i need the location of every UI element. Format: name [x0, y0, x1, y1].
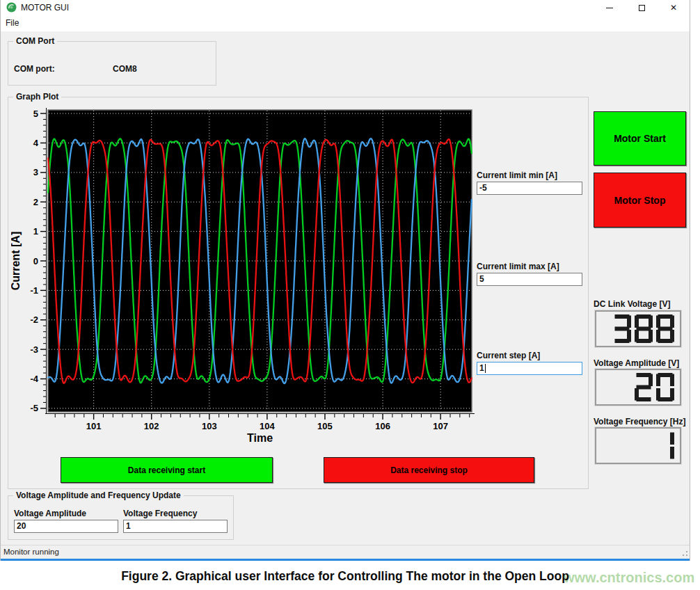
graph-plot-group-title: Graph Plot [13, 92, 61, 102]
voltage-amplitude-display [595, 369, 681, 406]
svg-text:101: 101 [86, 421, 102, 431]
svg-text:105: 105 [317, 421, 333, 431]
voltage-amplitude-display-label: Voltage Amplitude [V] [594, 358, 679, 368]
voltage-amplitude-field: Voltage Amplitude [14, 509, 121, 533]
svg-text:103: 103 [202, 421, 217, 431]
figure-caption-area: www.cntronics.com Figure 2. Graphical us… [0, 561, 700, 590]
dc-link-voltage-label: DC Link Voltage [V] [594, 299, 670, 309]
voltage-amplitude-label: Voltage Amplitude [14, 509, 121, 518]
voltage-update-group-title: Voltage Amplitude and Frequency Update [13, 491, 184, 500]
resize-grip-icon[interactable] [679, 548, 687, 556]
data-receiving-stop-button[interactable]: Data receiving stop [324, 457, 534, 483]
svg-text:-1: -1 [30, 285, 38, 296]
close-button[interactable]: ✕ [658, 0, 690, 15]
svg-text:107: 107 [433, 421, 448, 431]
graph-plot-group: Graph Plot 101102103104105106107-5-4-3-2… [8, 97, 589, 489]
menu-bar: File [1, 15, 690, 31]
svg-text:-2: -2 [30, 314, 38, 325]
svg-text:5: 5 [33, 109, 38, 119]
voltage-frequency-display [595, 427, 681, 464]
dc-link-voltage-display [595, 310, 681, 347]
current-limit-min-field: Current limit min [A] [477, 170, 584, 195]
voltage-frequency-input[interactable] [123, 520, 228, 533]
svg-text:-3: -3 [30, 344, 38, 355]
title-bar: MOTOR GUI ✕ [1, 0, 690, 15]
svg-text:106: 106 [375, 421, 390, 431]
svg-text:Current [A]: Current [A] [11, 232, 22, 290]
current-limit-max-field: Current limit max [A] [477, 262, 584, 286]
current-limit-max-input[interactable] [477, 273, 582, 286]
voltage-update-group: Voltage Amplitude and Frequency Update V… [8, 495, 234, 540]
current-limit-min-input[interactable] [477, 182, 582, 195]
com-port-group-title: COM Port [13, 36, 57, 46]
app-window: MOTOR GUI ✕ File COM Port COM port: COM8… [0, 0, 690, 561]
svg-text:2: 2 [33, 197, 38, 207]
voltage-frequency-display-label: Voltage Frequency [Hz] [594, 417, 685, 426]
voltage-frequency-label: Voltage Frequency [123, 509, 230, 518]
current-step-input[interactable] [477, 362, 582, 375]
app-icon [6, 2, 17, 13]
svg-text:-4: -4 [30, 374, 38, 384]
voltage-amplitude-input[interactable] [14, 520, 118, 533]
current-limit-max-label: Current limit max [A] [477, 262, 584, 271]
svg-text:Time: Time [247, 432, 273, 444]
svg-text:4: 4 [33, 138, 39, 148]
com-port-group: COM Port COM port: COM8 [8, 41, 216, 86]
current-step-field: Current step [A] [477, 351, 584, 375]
com-port-label: COM port: [14, 64, 55, 74]
svg-text:3: 3 [33, 167, 38, 177]
figure-caption: Figure 2. Graphical user Interface for C… [0, 569, 690, 584]
com-port-value: COM8 [113, 64, 137, 74]
motor-stop-button[interactable]: Motor Stop [594, 173, 686, 228]
data-receiving-start-button[interactable]: Data receiving start [61, 457, 273, 483]
current-limit-min-label: Current limit min [A] [477, 170, 584, 180]
status-bar: Monitor running [1, 545, 690, 559]
voltage-frequency-field: Voltage Frequency [123, 509, 230, 533]
menu-file[interactable]: File [1, 15, 24, 31]
motor-start-button[interactable]: Motor Start [594, 111, 686, 166]
svg-text:104: 104 [260, 421, 275, 431]
svg-text:1: 1 [33, 226, 38, 237]
current-waveform-chart: 101102103104105106107-5-4-3-2-1012345Tim… [11, 102, 477, 449]
maximize-button[interactable] [626, 0, 658, 15]
svg-text:102: 102 [144, 421, 159, 431]
window-title: MOTOR GUI [21, 3, 69, 13]
svg-text:-5: -5 [30, 403, 38, 413]
current-step-label: Current step [A] [477, 351, 584, 360]
minimize-button[interactable] [594, 0, 626, 15]
svg-text:0: 0 [33, 256, 38, 266]
